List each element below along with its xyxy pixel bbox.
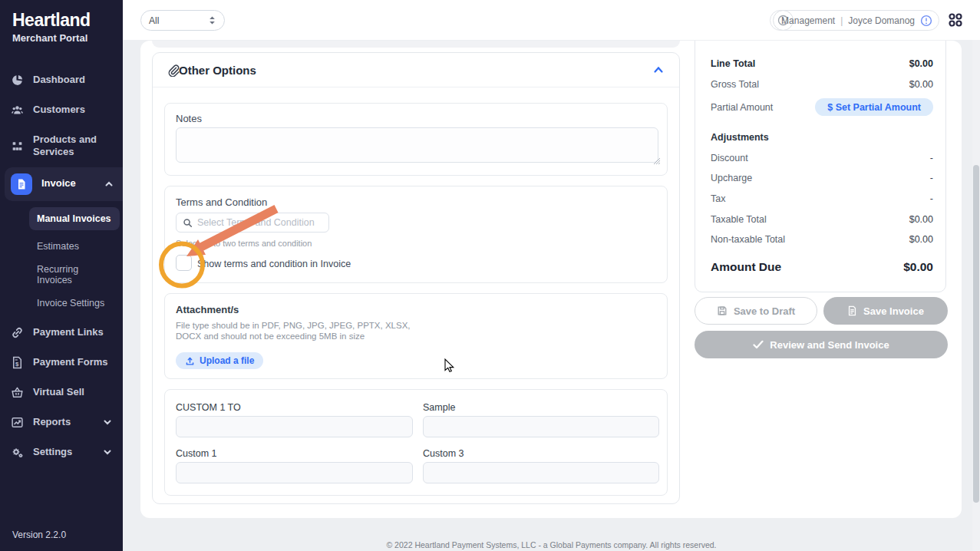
- terms-search-input[interactable]: [197, 217, 322, 228]
- upload-file-button[interactable]: Upload a file: [176, 352, 263, 369]
- scrolled-card-edge: [152, 41, 680, 48]
- row-label: Gross Total: [711, 79, 759, 90]
- select-arrows-icon: [208, 15, 216, 25]
- chevron-down-icon: [103, 447, 112, 457]
- sidebar-item-recurring-invoices[interactable]: Recurring Invoices: [0, 258, 123, 292]
- gross-total-row: Gross Total $0.00: [711, 79, 933, 90]
- custom-field-label: Custom 1: [176, 448, 413, 459]
- custom-field-input[interactable]: [176, 462, 413, 483]
- save-to-draft-button[interactable]: Save to Draft: [695, 297, 817, 325]
- invoice-summary-card: Line Total $0.00 Gross Total $0.00 Parti…: [695, 41, 946, 292]
- row-label: Non-taxable Total: [711, 234, 785, 245]
- account-user: Joyce Domanog: [848, 15, 915, 26]
- sidebar-item-label: Dashboard: [33, 74, 85, 86]
- review-and-send-button[interactable]: Review and Send Invoice: [695, 331, 948, 358]
- custom-field-input[interactable]: [423, 462, 659, 483]
- partial-amount-row: Partial Amount $ Set Partial Amount: [711, 98, 933, 116]
- notes-input[interactable]: [176, 127, 658, 163]
- attachments-section: Attachment/s File type should be in PDF,…: [164, 293, 668, 379]
- row-label: Discount: [711, 153, 748, 163]
- show-terms-checkbox[interactable]: [176, 255, 192, 271]
- discount-row: Discount -: [711, 153, 933, 163]
- sidebar-item-label: Settings: [33, 446, 72, 458]
- sidebar-item-manual-invoices[interactable]: Manual Invoices: [29, 207, 120, 230]
- brand-name: Heartland: [12, 10, 111, 31]
- sidebar-item-virtual-sell[interactable]: Virtual Sell: [0, 378, 123, 407]
- resize-grip[interactable]: [654, 158, 660, 164]
- sidebar-item-label: Reports: [33, 416, 71, 428]
- set-partial-amount-button[interactable]: $ Set Partial Amount: [815, 98, 933, 116]
- save-icon: [717, 305, 728, 316]
- scrollbar-thumb[interactable]: [973, 165, 979, 503]
- sidebar-item-reports[interactable]: Reports: [0, 407, 123, 437]
- collapse-chevron-icon[interactable]: [653, 65, 664, 74]
- custom-fields-section: CUSTOM 1 TO Sample Custom 1 Custom 3: [164, 389, 668, 496]
- save-invoice-button[interactable]: Save Invoice: [823, 297, 948, 325]
- brand-logo: Heartland Merchant Portal: [0, 0, 123, 44]
- custom-field-input[interactable]: [176, 416, 413, 437]
- search-icon: [183, 218, 193, 228]
- other-options-header: Other Options: [153, 53, 679, 87]
- notes-section: Notes: [164, 103, 668, 176]
- row-label: Upcharge: [711, 173, 752, 183]
- upload-label: Upload a file: [200, 355, 254, 366]
- row-value: -: [930, 193, 933, 204]
- row-value: $0.00: [909, 234, 933, 245]
- sidebar-item-dashboard[interactable]: Dashboard: [0, 65, 123, 95]
- products-icon: [11, 140, 24, 153]
- sidebar-item-products-services[interactable]: Products and Services: [0, 125, 123, 167]
- sidebar-nav: Dashboard Customers Products and Service…: [0, 65, 123, 467]
- line-total-row: Line Total $0.00: [711, 58, 933, 69]
- adjustments-header: Adjustments: [711, 132, 769, 143]
- non-taxable-total-row: Non-taxable Total $0.00: [711, 234, 933, 245]
- sidebar-item-estimates[interactable]: Estimates: [0, 235, 123, 258]
- check-icon: [753, 340, 764, 349]
- button-label: Review and Send Invoice: [770, 339, 889, 351]
- sidebar-item-settings[interactable]: Settings: [0, 437, 123, 467]
- tax-row: Tax -: [711, 193, 933, 204]
- basket-icon: [11, 386, 24, 399]
- button-label: Save to Draft: [734, 305, 795, 317]
- reports-icon: [11, 416, 24, 429]
- main-content: Other Options Notes Terms and Condition …: [140, 41, 962, 518]
- custom-field-input[interactable]: [423, 416, 659, 437]
- divider: [153, 87, 679, 87]
- sidebar-item-customers[interactable]: Customers: [0, 95, 123, 125]
- attachments-label: Attachment/s: [176, 304, 239, 315]
- app-version: Version 2.2.0: [12, 530, 66, 540]
- sidebar-item-label: Payment Links: [33, 326, 104, 338]
- invoice-doc-icon: [847, 305, 857, 316]
- invoice-icon: [11, 173, 32, 195]
- custom-field-label: CUSTOM 1 TO: [176, 402, 413, 413]
- scrollbar-track[interactable]: [972, 40, 980, 551]
- row-value: $0.00: [909, 79, 933, 90]
- upload-icon: [185, 356, 195, 366]
- sidebar-item-payment-links[interactable]: Payment Links: [0, 318, 123, 348]
- dashboard-icon: [11, 74, 24, 87]
- sidebar: Heartland Merchant Portal Dashboard Cust…: [0, 0, 123, 551]
- terms-label: Terms and Condition: [176, 196, 267, 208]
- apps-grid-icon[interactable]: [947, 12, 964, 28]
- settings-icon: [11, 446, 24, 459]
- row-label: Partial Amount: [711, 102, 773, 113]
- link-icon: [11, 326, 24, 339]
- row-label: Taxable Total: [711, 214, 767, 225]
- sidebar-item-invoice[interactable]: Invoice: [5, 167, 123, 201]
- filter-dropdown[interactable]: All: [140, 10, 225, 31]
- terms-helper: Select up to two terms and condition: [176, 239, 312, 248]
- terms-section: Terms and Condition Select up to two ter…: [164, 186, 668, 283]
- topbar: All Management | Joyce Domanog: [123, 0, 980, 40]
- row-label: Amount Due: [711, 260, 781, 274]
- account-separator: |: [840, 15, 843, 26]
- svg-text:$: $: [15, 360, 19, 367]
- terms-search: [176, 213, 329, 233]
- attachments-helper: File type should be in PDF, PNG, JPG, JP…: [176, 320, 437, 341]
- chevron-up-icon: [104, 180, 114, 189]
- sidebar-item-payment-forms[interactable]: $ Payment Forms: [0, 348, 123, 378]
- sidebar-item-invoice-settings[interactable]: Invoice Settings: [0, 292, 123, 315]
- copyright-footer: © 2022 Heartland Payment Systems, LLC - …: [123, 540, 980, 549]
- chevron-down-icon: [103, 417, 112, 427]
- taxable-total-row: Taxable Total $0.00: [711, 214, 933, 225]
- paperclip-icon: [167, 64, 180, 77]
- account-menu[interactable]: Management | Joyce Domanog: [770, 10, 939, 31]
